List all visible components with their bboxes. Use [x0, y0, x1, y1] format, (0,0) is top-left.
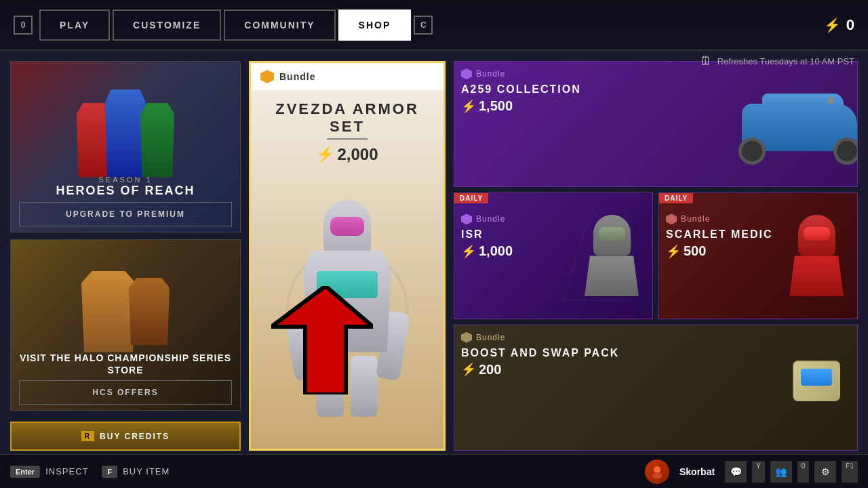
season-card[interactable]: SEASON 1 HEROES OF REACH UPGRADE TO PREM…: [10, 61, 241, 232]
armor-head: [323, 200, 371, 254]
armor-visor: [330, 217, 364, 236]
featured-price: ⚡ 2,000: [258, 145, 437, 164]
hcs-spartan-1: [81, 271, 136, 352]
credits-value: 0: [846, 16, 854, 34]
title-underline: [327, 138, 368, 140]
buy-credits-button[interactable]: R BUY CREDITS: [10, 422, 241, 451]
players-icon: 👥: [775, 466, 787, 477]
refresh-icon: 🗓: [700, 54, 712, 68]
isr-bundle-label: Bundle: [476, 214, 505, 224]
top-navigation: 0 PLAY CUSTOMIZE COMMUNITY SHOP C ⚡ 0: [0, 0, 868, 51]
credits-display: ⚡ 0: [824, 16, 854, 34]
isr-armor-bust: [578, 215, 646, 296]
boost-header: Bundle: [461, 332, 850, 343]
featured-item[interactable]: Bundle ZVEZDA ARMOR SET ⚡ 2,000 ⌃: [249, 61, 446, 451]
season-label: SEASON 1: [19, 176, 232, 184]
isr-price-value: 1,000: [479, 243, 513, 259]
featured-character-display: ⌃: [251, 167, 443, 449]
buy-credits-key: R: [81, 431, 94, 441]
chat-icon: 💬: [730, 466, 742, 477]
left-sidebar: SEASON 1 HEROES OF REACH UPGRADE TO PREM…: [10, 61, 241, 451]
spartan-blue: [105, 89, 146, 178]
scarlet-visor: [804, 227, 830, 241]
avatar-icon: [650, 465, 664, 479]
boost-item-visual: [783, 361, 850, 415]
svg-marker-0: [271, 286, 373, 394]
chat-button[interactable]: 💬: [725, 461, 747, 483]
settings-button[interactable]: ⚙: [814, 461, 836, 483]
featured-title: ZVEZDA ARMOR SET: [258, 100, 437, 136]
warthog-wheel-rear: [833, 138, 858, 165]
a259-header: Bundle: [461, 68, 850, 79]
hcs-spartan-2: [129, 278, 170, 346]
spartan-group: [77, 89, 174, 178]
nav-key-c: C: [414, 16, 433, 35]
refresh-notice: 🗓 Refreshes Tuesdays at 10 AM PST: [700, 54, 854, 68]
nav-customize-button[interactable]: CUSTOMIZE: [113, 9, 221, 41]
isr-card[interactable]: DAILY Bundle ISR ⚡ 1,000: [454, 192, 653, 319]
bottom-bar: Enter Inspect F Buy Item Skorbat 💬 Y 👥 0: [0, 454, 868, 488]
f-key-badge: F: [102, 466, 117, 478]
chat-key-badge: Y: [752, 461, 765, 483]
nav-key-0: 0: [14, 16, 33, 35]
scarlet-card[interactable]: DAILY Bundle SCARLET MEDIC ⚡ 500: [658, 192, 858, 319]
season-info: SEASON 1 HEROES OF REACH UPGRADE TO PREM…: [11, 170, 240, 232]
nav-shop-button[interactable]: SHOP: [338, 9, 412, 41]
boost-bundle-label: Bundle: [476, 333, 505, 342]
settings-icon: ⚙: [821, 466, 830, 477]
a259-bundle-icon: [461, 68, 472, 79]
scarlet-armor-bust: [783, 215, 850, 296]
scarlet-bust-head: [798, 215, 835, 256]
boost-price-value: 200: [479, 362, 501, 378]
isr-daily-badge: DAILY: [454, 193, 488, 203]
hcs-card[interactable]: VISIT THE HALO CHAMPIONSHIP SERIES STORE…: [10, 239, 241, 411]
price-icon-featured: ⚡: [316, 146, 334, 163]
featured-price-value: 2,000: [337, 145, 378, 164]
scarlet-price-icon: ⚡: [666, 244, 681, 259]
svg-point-2: [654, 466, 660, 473]
scarlet-bundle-label: Bundle: [681, 214, 710, 224]
bundle-icon-featured: [260, 70, 274, 83]
refresh-text: Refreshes Tuesdays at 10 AM PST: [717, 56, 854, 66]
right-shop-grid: Bundle A259 COLLECTION ⚡ 1,500: [454, 61, 858, 451]
players-count-badge: 0: [797, 461, 810, 483]
scarlet-price-value: 500: [684, 243, 706, 259]
season-title: HEROES OF REACH: [19, 184, 232, 198]
a259-price-value: 1,500: [479, 98, 513, 114]
players-button[interactable]: 👥: [770, 461, 792, 483]
featured-title-area: ZVEZDA ARMOR SET ⚡ 2,000: [251, 90, 443, 167]
main-content: SEASON 1 HEROES OF REACH UPGRADE TO PREM…: [0, 51, 868, 454]
boost-pack-model: [783, 361, 850, 415]
hcs-offers-button[interactable]: HCS OFFERS: [19, 380, 232, 405]
inspect-hint: Enter Inspect: [10, 466, 88, 478]
isr-price-icon: ⚡: [461, 244, 476, 259]
boost-screen: [801, 369, 832, 386]
warthog-vehicle: [728, 83, 858, 165]
boost-price-icon: ⚡: [461, 362, 476, 377]
isr-bundle-icon: [461, 214, 472, 224]
boost-device: [793, 361, 840, 401]
settings-key-badge: F1: [842, 461, 858, 483]
buy-item-label: Buy Item: [123, 466, 170, 476]
warthog-wheel-front: [738, 138, 766, 165]
scarlet-bust-model: [783, 215, 850, 296]
warthog-model: [728, 83, 858, 165]
inspect-label: Inspect: [45, 466, 88, 476]
spartan-green: [140, 103, 174, 178]
credits-icon: ⚡: [824, 17, 841, 33]
isr-bust-head: [593, 215, 631, 256]
nav-community-button[interactable]: COMMUNITY: [224, 9, 335, 41]
upgrade-premium-button[interactable]: UPGRADE TO PREMIUM: [19, 202, 232, 226]
boost-card[interactable]: Bundle BOOST AND SWAP PACK ⚡ 200: [454, 325, 858, 451]
user-avatar: [645, 460, 669, 484]
buy-item-hint: F Buy Item: [102, 466, 170, 478]
a259-bundle-label: Bundle: [476, 69, 505, 79]
bottom-right: Skorbat 💬 Y 👥 0 ⚙ F1: [645, 460, 858, 484]
a259-price-icon: ⚡: [461, 99, 476, 114]
a259-card[interactable]: Bundle A259 COLLECTION ⚡ 1,500: [454, 61, 858, 187]
nav-play-button[interactable]: PLAY: [39, 9, 110, 41]
bottom-actions: Enter Inspect F Buy Item: [10, 466, 170, 478]
scarlet-bundle-icon: [666, 214, 677, 224]
isr-visor: [599, 227, 625, 241]
isr-bust-model: [578, 215, 646, 296]
